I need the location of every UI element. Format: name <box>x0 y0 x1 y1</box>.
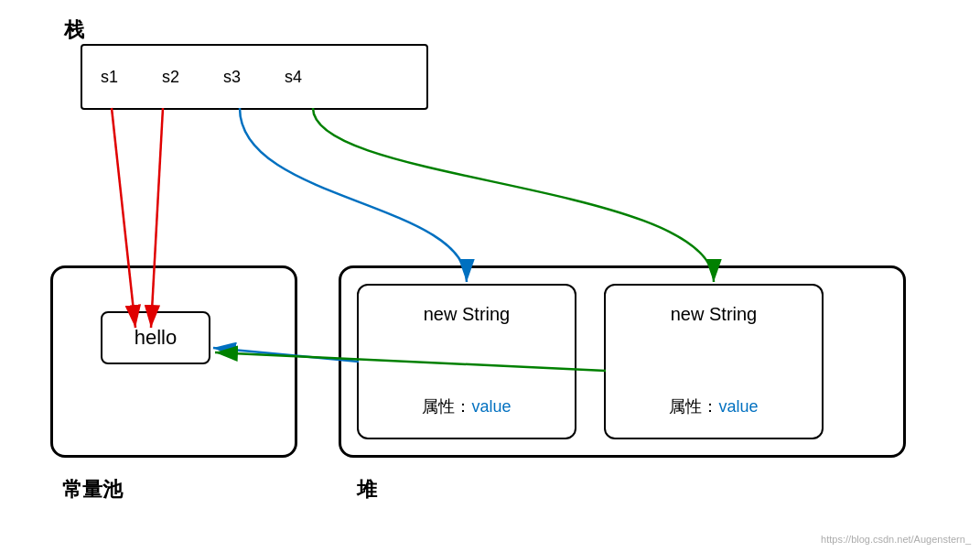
stack-label: 栈 <box>64 16 84 44</box>
heap-label: 堆 <box>357 476 377 503</box>
stack-var-s2: s2 <box>162 68 179 87</box>
stack-var-s4: s4 <box>285 68 302 87</box>
new-string-attr-2: 属性：value <box>606 395 822 417</box>
pool-label: 常量池 <box>62 476 123 503</box>
new-string-title-2: new String <box>606 304 822 325</box>
diagram-container: 栈 s1 s2 s3 s4 常量池 hello 堆 new String 属性：… <box>0 0 980 552</box>
attr-label-2: 属性： <box>669 397 718 416</box>
new-string-attr-1: 属性：value <box>359 395 575 417</box>
watermark: https://blog.csdn.net/Augenstern_ <box>821 534 971 545</box>
new-string-title-1: new String <box>359 304 575 325</box>
attr-value-2: value <box>718 397 758 416</box>
attr-value-1: value <box>471 397 511 416</box>
hello-box: hello <box>101 311 210 364</box>
stack-var-s1: s1 <box>101 68 118 87</box>
new-string-box-1: new String 属性：value <box>357 284 576 439</box>
new-string-box-2: new String 属性：value <box>604 284 824 439</box>
stack-var-s3: s3 <box>223 68 241 87</box>
attr-label-1: 属性： <box>422 397 471 416</box>
arrow-s4-to-heap2 <box>313 108 714 282</box>
stack-box: s1 s2 s3 s4 <box>81 44 428 110</box>
arrow-s3-to-heap1 <box>240 108 467 282</box>
stack-vars: s1 s2 s3 s4 <box>82 46 426 108</box>
